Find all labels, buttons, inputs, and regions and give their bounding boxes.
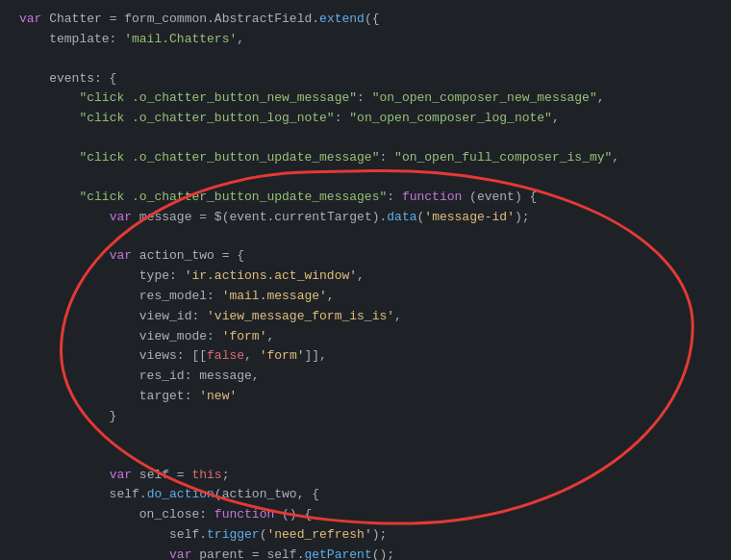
- code-line-26: on_close: function () {: [0, 505, 731, 525]
- code-line-4: events: {: [0, 69, 731, 89]
- code-line-25: self.do_action(action_two, {: [0, 485, 731, 505]
- code-line-23: [0, 446, 731, 466]
- code-line-27: self.trigger('need_refresh');: [0, 525, 731, 546]
- code-line-11: var message = $(event.currentTarget).dat…: [0, 208, 731, 228]
- code-line-28: var parent = self.getParent();: [0, 546, 731, 560]
- code-line-19: res_id: message,: [0, 367, 731, 387]
- code-line-7: [0, 129, 731, 148]
- code-line-18: views: [[false, 'form']],: [0, 346, 731, 367]
- code-line-2: template: 'mail.Chatters',: [0, 30, 731, 50]
- code-line-10: "click .o_chatter_button_update_messages…: [0, 188, 731, 208]
- code-line-13: var action_two = {: [0, 246, 731, 267]
- code-line-5: "click .o_chatter_button_new_message": "…: [0, 89, 731, 109]
- code-line-24: var self = this;: [0, 466, 731, 486]
- code-line-14: type: 'ir.actions.act_window',: [0, 267, 731, 287]
- code-line-21: }: [0, 407, 731, 427]
- code-editor: var Chatter = form_common.AbstractField.…: [0, 0, 731, 560]
- code-line-1: var Chatter = form_common.AbstractField.…: [0, 10, 731, 30]
- code-line-15: res_model: 'mail.message',: [0, 287, 731, 307]
- code-line-17: view_mode: 'form',: [0, 327, 731, 347]
- code-line-3: [0, 50, 731, 69]
- code-line-9: [0, 168, 731, 188]
- code-line-22: [0, 427, 731, 446]
- code-line-20: target: 'new': [0, 387, 731, 407]
- code-line-12: [0, 227, 731, 246]
- code-line-8: "click .o_chatter_button_update_message"…: [0, 148, 731, 168]
- code-line-6: "click .o_chatter_button_log_note": "on_…: [0, 109, 731, 129]
- code-line-16: view_id: 'view_message_form_is_is',: [0, 307, 731, 327]
